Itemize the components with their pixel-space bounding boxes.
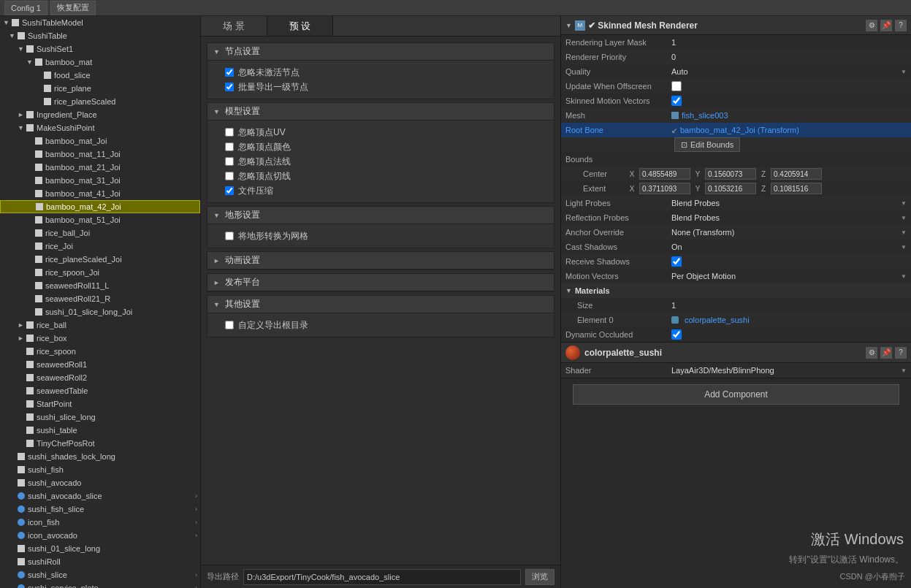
hierarchy-item-sushi_service_plate[interactable]: sushi_service_plate› (0, 581, 200, 588)
hierarchy-item-seaweed_roll1[interactable]: seaweedRoll1 (0, 358, 200, 371)
browse-button[interactable]: 浏览 (525, 569, 554, 585)
export-path-input[interactable] (243, 569, 521, 585)
hierarchy-item-bamboo_mat_41_joi[interactable]: bamboo_mat_41_Joi (0, 187, 200, 200)
config-button[interactable]: Config 1 (4, 1, 47, 15)
center-z-input[interactable] (771, 168, 822, 180)
hierarchy-item-sushi_slice[interactable]: sushi_slice› (0, 568, 200, 581)
renderer-pin-icon[interactable]: 📌 (880, 20, 892, 31)
element0-value[interactable]: colorpalette_sushi (685, 316, 907, 324)
hierarchy-item-icon_fish[interactable]: icon_fish› (0, 516, 200, 529)
batch-export-label: 批量导出一级节点 (238, 81, 308, 93)
hierarchy-item-rice_spoon_joi[interactable]: rice_spoon_Joi (0, 266, 200, 279)
hierarchy-item-seaweed_roll2[interactable]: seaweedRoll2 (0, 371, 200, 384)
hierarchy-item-sushi_01_slice_long_joi[interactable]: sushi_01_slice_long_Joi (0, 305, 200, 318)
material-pin-icon[interactable]: 📌 (880, 347, 892, 359)
center-y-input[interactable] (705, 168, 756, 180)
hierarchy-item-bamboo_mat_51_joi[interactable]: bamboo_mat_51_Joi (0, 213, 200, 226)
hierarchy-item-bamboo_mat_joi[interactable]: bamboo_mat_Joi (0, 134, 200, 148)
hierarchy-item-ingredient_place[interactable]: Ingredient_Place (0, 108, 200, 121)
hierarchy-item-bamboo_mat_31_joi[interactable]: bamboo_mat_31_Joi (0, 174, 200, 187)
hierarchy-item-sushi_table_node[interactable]: sushi_table (0, 424, 200, 437)
tree-arrow-seaweed_roll1 (18, 361, 25, 368)
hierarchy-item-sushi_table_model[interactable]: SushiTableModel (0, 16, 200, 29)
hierarchy-label-bamboo_mat_41_joi: bamboo_mat_41_Joi (45, 189, 200, 198)
hierarchy-item-seaweed_roll21_r[interactable]: seaweedRoll21_R (0, 292, 200, 305)
hierarchy-item-rice_ball[interactable]: rice_ball (0, 318, 200, 332)
tree-arrow-tiny_chef_pos_rot (18, 440, 25, 447)
compress-checkbox[interactable] (225, 186, 234, 195)
root-bone-label[interactable]: Root Bone (565, 126, 671, 134)
hierarchy-item-sushi_roll[interactable]: sushiRoll (0, 555, 200, 568)
hierarchy-item-sushi_avocado[interactable]: sushi_avocado (0, 476, 200, 489)
hierarchy-label-bamboo_mat: bamboo_mat (45, 58, 200, 66)
hierarchy-label-sushi_shades_lock_long: sushi_shades_lock_long (28, 452, 200, 461)
hierarchy-item-rice_box[interactable]: rice_box (0, 332, 200, 345)
hierarchy-item-tiny_chef_pos_rot[interactable]: TinyChefPosRot (0, 437, 200, 450)
icon-small-sushi_slice_long (26, 413, 34, 421)
hierarchy-item-rice_plane[interactable]: rice_plane (0, 82, 200, 95)
extent-x-input[interactable] (639, 183, 690, 194)
anchor-override-arrow: ▼ (901, 229, 907, 236)
hierarchy-item-sushi_set1[interactable]: SushiSet1 (0, 42, 200, 56)
section-header-animation[interactable]: 动画设置 (207, 252, 554, 270)
restore-button[interactable]: 恢复配置 (50, 1, 96, 15)
update-offscreen-checkbox[interactable] (671, 81, 682, 91)
hierarchy-item-rice_plane_scaled_joi[interactable]: rice_planeScaled_Joi (0, 253, 200, 266)
tab-preset[interactable]: 预 设 (267, 16, 334, 36)
hierarchy-item-icon_avocado[interactable]: icon_avocado› (0, 529, 200, 542)
ignore-color-checkbox[interactable] (225, 142, 234, 151)
ignore-inactive-checkbox[interactable] (225, 68, 234, 77)
hierarchy-item-start_point[interactable]: StartPoint (0, 397, 200, 411)
section-header-publish[interactable]: 发布平台 (207, 274, 554, 291)
hierarchy-item-sushi_01_slice_long[interactable]: sushi_01_slice_long (0, 542, 200, 555)
hierarchy-item-bamboo_mat[interactable]: bamboo_mat (0, 56, 200, 69)
material-settings-icon[interactable]: ⚙ (866, 347, 877, 359)
ignore-uv-checkbox[interactable] (225, 128, 234, 137)
tab-scene[interactable]: 场 景 (201, 16, 267, 36)
edit-bounds-button[interactable]: ⊡ Edit Bounds (674, 137, 740, 152)
hierarchy-item-sushi_fish_slice[interactable]: sushi_fish_slice› (0, 503, 200, 516)
renderer-settings-icon[interactable]: ⚙ (866, 20, 877, 31)
motion-vectors-value: Per Object Motion (671, 272, 898, 280)
hierarchy-item-sushi_avocado_slice[interactable]: sushi_avocado_slice› (0, 489, 200, 503)
add-component-button[interactable]: Add Component (573, 384, 899, 405)
batch-export-checkbox[interactable] (225, 83, 234, 91)
anchor-override-label: Anchor Override (565, 228, 671, 237)
skinned-motion-row: Skinned Motion Vectors (561, 93, 911, 108)
hierarchy-item-rice_joi[interactable]: rice_Joi (0, 240, 200, 253)
section-header-other[interactable]: 其他设置 (207, 296, 554, 313)
hierarchy-item-rice_ball_joi[interactable]: rice_ball_Joi (0, 226, 200, 240)
custom-root-checkbox[interactable] (225, 321, 234, 329)
hierarchy-item-sushi_shades_lock_long[interactable]: sushi_shades_lock_long (0, 450, 200, 463)
material-help-icon[interactable]: ? (895, 347, 907, 359)
tree-arrow-sushi_roll (9, 558, 16, 565)
mesh-value[interactable]: fish_slice003 (682, 111, 907, 120)
dynamic-occluded-checkbox[interactable] (671, 329, 682, 340)
extent-z-input[interactable] (771, 183, 822, 194)
hierarchy-item-sushi_table[interactable]: SushiTable (0, 29, 200, 42)
center-x-input[interactable] (639, 168, 690, 180)
section-arrow-model (213, 108, 221, 115)
hierarchy-item-bamboo_mat_42_joi[interactable]: bamboo_mat_42_Joi (0, 200, 200, 213)
ignore-tangent-checkbox[interactable] (225, 172, 234, 180)
section-header-model[interactable]: 模型设置 (207, 103, 554, 121)
hierarchy-item-make_sushi_point[interactable]: MakeSushiPoint (0, 121, 200, 134)
hierarchy-item-sushi_slice_long[interactable]: sushi_slice_long (0, 411, 200, 424)
hierarchy-item-bamboo_mat_21_joi[interactable]: bamboo_mat_21_Joi (0, 161, 200, 174)
hierarchy-item-seaweed_table[interactable]: seaweedTable (0, 384, 200, 397)
extent-y-input[interactable] (705, 183, 756, 194)
skinned-motion-checkbox[interactable] (671, 96, 682, 106)
receive-shadows-checkbox[interactable] (671, 256, 682, 267)
hierarchy-item-bamboo_mat_11_joi[interactable]: bamboo_mat_11_Joi (0, 148, 200, 161)
root-bone-value[interactable]: bamboo_mat_42_Joi (Transform) (680, 126, 907, 134)
section-header-terrain[interactable]: 地形设置 (207, 207, 554, 224)
hierarchy-item-rice_spoon[interactable]: rice_spoon (0, 345, 200, 358)
hierarchy-item-food_slice[interactable]: food_slice (0, 69, 200, 82)
hierarchy-item-seaweed_roll11_l[interactable]: seaweedRoll11_L (0, 279, 200, 292)
hierarchy-item-rice_plane_scaled[interactable]: rice_planeScaled (0, 95, 200, 108)
renderer-help-icon[interactable]: ? (895, 20, 907, 31)
terrain-mesh-checkbox[interactable] (225, 232, 234, 240)
ignore-normal-checkbox[interactable] (225, 157, 234, 166)
hierarchy-item-sushi_fish[interactable]: sushi_fish (0, 463, 200, 476)
section-header-node[interactable]: 节点设置 (207, 43, 554, 61)
